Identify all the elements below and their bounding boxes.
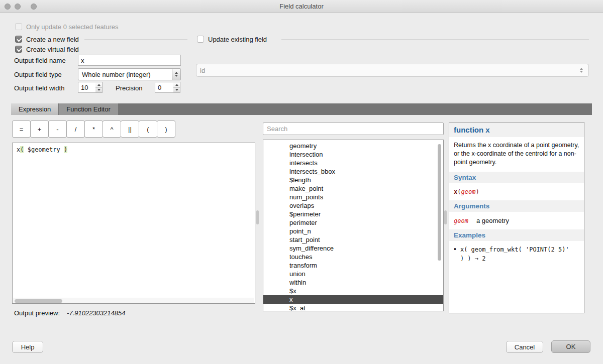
- function-search-input[interactable]: [263, 123, 443, 135]
- output-field-name-input[interactable]: [78, 55, 181, 66]
- help-title: function x: [449, 123, 584, 137]
- precision-input[interactable]: [155, 82, 174, 93]
- output-preview-value: -7.91022303214854: [67, 309, 125, 317]
- stepper-up-icon[interactable]: [95, 82, 102, 88]
- function-list-item[interactable]: intersection: [263, 150, 443, 159]
- arguments-heading: Arguments: [449, 200, 584, 212]
- operator-button[interactable]: *: [84, 120, 103, 138]
- argument-name: geom: [454, 217, 468, 224]
- function-list-item[interactable]: $length: [263, 176, 443, 184]
- operator-button[interactable]: +: [30, 120, 49, 138]
- output-field-name-label: Output field name: [14, 57, 66, 64]
- output-field-type-value: Whole number (integer): [78, 71, 172, 78]
- update-existing-field-checkbox[interactable]: [197, 36, 204, 43]
- operator-row: =+-/*^||(): [12, 120, 175, 138]
- argument-row: geom a geometry: [449, 212, 584, 229]
- update-existing-field-label: Update existing field: [208, 36, 267, 43]
- horizontal-scrollbar[interactable]: [13, 298, 254, 303]
- function-list-item[interactable]: geometry: [263, 142, 443, 150]
- operator-button[interactable]: ^: [103, 120, 121, 138]
- help-description: Returns the x coordinate of a point geom…: [449, 137, 584, 172]
- existing-field-select[interactable]: id: [196, 64, 589, 77]
- zoom-window-icon[interactable]: [31, 4, 37, 10]
- function-help-panel: function x Returns the x coordinate of a…: [449, 122, 584, 313]
- window-controls: [5, 4, 37, 10]
- expression-argument-token: $geometry: [24, 146, 63, 153]
- create-new-field-divider: [84, 39, 187, 40]
- update-existing-field-divider: [281, 39, 589, 40]
- output-field-type-select[interactable]: Whole number (integer): [78, 68, 181, 80]
- title-bar: Field calculator: [0, 0, 603, 13]
- left-splitter-handle[interactable]: [256, 210, 259, 224]
- function-list-item[interactable]: $perimeter: [263, 210, 443, 218]
- function-list-item[interactable]: perimeter: [263, 218, 443, 227]
- function-list-item[interactable]: intersects: [263, 159, 443, 167]
- function-list-item[interactable]: touches: [263, 253, 443, 261]
- syntax-argument: geom: [461, 188, 475, 195]
- syntax-heading: Syntax: [449, 172, 584, 183]
- function-list-item[interactable]: make_point: [263, 184, 443, 193]
- expression-editor[interactable]: x( $geometry ): [12, 143, 255, 304]
- operator-button[interactable]: -: [48, 120, 67, 138]
- function-list-item[interactable]: x: [263, 295, 443, 304]
- horizontal-scrollbar-thumb[interactable]: [15, 299, 62, 303]
- create-new-field-checkbox[interactable]: [15, 36, 22, 43]
- output-preview-label: Output preview:: [14, 309, 60, 317]
- only-update-selected-checkbox[interactable]: [15, 23, 22, 30]
- stepper-down-icon[interactable]: [95, 88, 102, 93]
- operator-button[interactable]: ): [157, 120, 175, 138]
- expression-code: x( $geometry ): [13, 143, 255, 156]
- function-list-item[interactable]: intersects_bbox: [263, 167, 443, 176]
- example-code: x( geom_from_wkt( 'POINT(2 5)' ) ) → 2: [460, 245, 573, 264]
- function-list-item[interactable]: union: [263, 270, 443, 278]
- function-list-item[interactable]: within: [263, 278, 443, 287]
- combo-stepper-icon: [172, 69, 180, 80]
- precision-label: Precision: [116, 84, 142, 92]
- precision-stepper[interactable]: [173, 82, 180, 93]
- output-field-width-stepper[interactable]: [95, 82, 103, 93]
- cancel-button[interactable]: Cancel: [506, 341, 543, 353]
- operator-button[interactable]: ||: [121, 120, 139, 138]
- function-search-box: [263, 123, 444, 135]
- function-list-item[interactable]: transform: [263, 261, 443, 270]
- close-window-icon[interactable]: [5, 4, 11, 10]
- select-chevrons-icon: [576, 68, 586, 73]
- output-field-width-input[interactable]: [78, 82, 96, 93]
- tab-expression[interactable]: Expression: [11, 103, 58, 115]
- window-title: Field calculator: [0, 0, 603, 13]
- existing-field-value: id: [196, 67, 576, 74]
- tab-bar: Expression Function Editor: [11, 103, 592, 115]
- operator-button[interactable]: (: [139, 120, 157, 138]
- right-splitter-handle[interactable]: [444, 210, 447, 224]
- output-preview-row: Output preview:-7.91022303214854: [14, 309, 125, 317]
- field-calculator-dialog: Field calculator Only update 0 selected …: [0, 0, 603, 364]
- function-list[interactable]: geometryintersectionintersectsintersects…: [263, 140, 444, 311]
- operator-button[interactable]: =: [12, 120, 31, 138]
- stepper-up-icon[interactable]: [173, 82, 180, 88]
- stepper-down-icon[interactable]: [173, 88, 180, 93]
- bullet-icon: [454, 245, 456, 264]
- help-button[interactable]: Help: [12, 341, 43, 353]
- ok-button[interactable]: OK: [551, 340, 590, 353]
- output-field-width-label: Output field width: [14, 84, 64, 92]
- examples-heading: Examples: [449, 229, 584, 241]
- operator-button[interactable]: /: [66, 120, 85, 138]
- create-virtual-field-label: Create virtual field: [26, 46, 79, 53]
- function-list-item[interactable]: overlaps: [263, 201, 443, 210]
- function-list-item[interactable]: num_points: [263, 193, 443, 201]
- output-field-type-label: Output field type: [14, 71, 62, 78]
- close-paren-token: ): [64, 146, 67, 153]
- function-list-item[interactable]: $x_at: [263, 304, 443, 311]
- create-new-field-label: Create a new field: [26, 36, 79, 43]
- minimize-window-icon[interactable]: [15, 4, 21, 10]
- argument-description: a geometry: [476, 217, 509, 224]
- example-item: x( geom_from_wkt( 'POINT(2 5)' ) ) → 2: [454, 245, 579, 264]
- function-list-item[interactable]: point_n: [263, 227, 443, 235]
- tab-function-editor[interactable]: Function Editor: [59, 103, 118, 115]
- function-list-item[interactable]: $x: [263, 287, 443, 295]
- vertical-scrollbar-thumb[interactable]: [438, 144, 441, 261]
- create-virtual-field-checkbox[interactable]: [15, 46, 22, 53]
- examples-section: x( geom_from_wkt( 'POINT(2 5)' ) ) → 2: [449, 241, 584, 268]
- function-list-item[interactable]: sym_difference: [263, 244, 443, 253]
- function-list-item[interactable]: start_point: [263, 235, 443, 244]
